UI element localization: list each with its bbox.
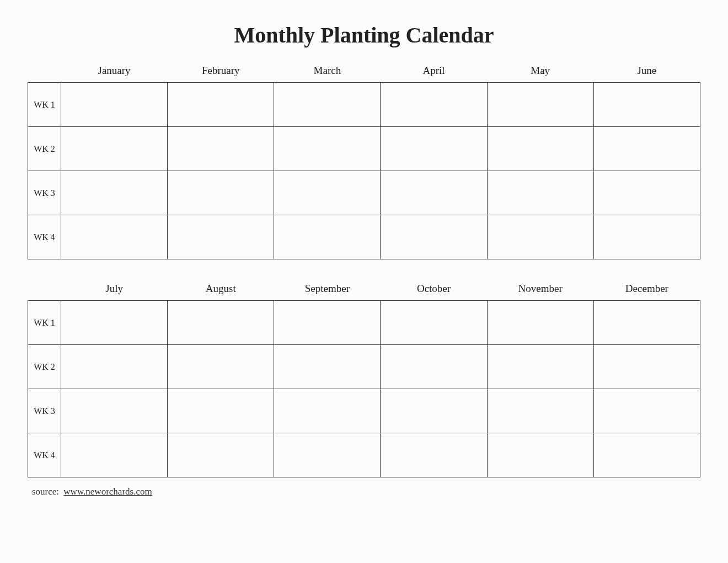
calendar-cell: [274, 215, 381, 259]
calendar-cell: [593, 127, 700, 171]
table-row: WK 1: [28, 301, 700, 345]
calendar-cell: [168, 171, 274, 215]
calendar-table-bottom: July August September October November D…: [28, 279, 700, 477]
calendar-table-top: January February March April May June WK…: [28, 61, 700, 259]
calendar-cell: [381, 83, 487, 127]
calendar-cell: [487, 389, 593, 433]
calendar-cell: [487, 301, 593, 345]
table-row: WK 4: [28, 433, 700, 477]
calendar-cell: [274, 83, 381, 127]
week-label: WK 1: [28, 301, 61, 345]
calendar-cell: [274, 345, 381, 389]
table-row: WK 3: [28, 171, 700, 215]
month-header: October: [381, 279, 487, 301]
calendar-cell: [61, 301, 168, 345]
month-header: August: [168, 279, 274, 301]
calendar-cell: [487, 345, 593, 389]
calendar-cell: [61, 389, 168, 433]
calendar-cell: [168, 83, 274, 127]
calendar-cell: [487, 433, 593, 477]
calendar-cell: [593, 301, 700, 345]
calendar-cell: [168, 127, 274, 171]
week-label: WK 2: [28, 345, 61, 389]
calendar-cell: [593, 345, 700, 389]
week-label: WK 4: [28, 433, 61, 477]
calendar-cell: [274, 389, 381, 433]
calendar-cell: [487, 127, 593, 171]
month-header: March: [274, 61, 381, 83]
calendar-cell: [61, 345, 168, 389]
calendar-cell: [168, 215, 274, 259]
calendar-cell: [61, 433, 168, 477]
corner-cell: [28, 61, 61, 83]
calendar-cell: [381, 215, 487, 259]
month-header: February: [168, 61, 274, 83]
month-header: November: [487, 279, 593, 301]
month-header: December: [593, 279, 700, 301]
month-header: January: [61, 61, 168, 83]
calendar-cell: [593, 215, 700, 259]
table-row: WK 3: [28, 389, 700, 433]
calendar-cell: [168, 433, 274, 477]
calendar-cell: [274, 301, 381, 345]
calendar-cell: [381, 171, 487, 215]
month-header: April: [381, 61, 487, 83]
table-row: WK 2: [28, 345, 700, 389]
calendar-cell: [593, 171, 700, 215]
table-row: WK 2: [28, 127, 700, 171]
calendar-cell: [168, 345, 274, 389]
calendar-cell: [593, 389, 700, 433]
corner-cell: [28, 279, 61, 301]
calendar-cell: [274, 127, 381, 171]
week-label: WK 3: [28, 171, 61, 215]
week-label: WK 2: [28, 127, 61, 171]
calendar-cell: [381, 127, 487, 171]
calendar-cell: [381, 301, 487, 345]
calendar-cell: [274, 171, 381, 215]
calendar-cell: [168, 301, 274, 345]
month-header: July: [61, 279, 168, 301]
source-link[interactable]: www.neworchards.com: [63, 486, 152, 497]
calendar-cell: [593, 83, 700, 127]
calendar-cell: [168, 389, 274, 433]
calendar-cell: [487, 215, 593, 259]
page-title: Monthly Planting Calendar: [28, 22, 700, 48]
calendar-cell: [61, 83, 168, 127]
calendar-cell: [487, 83, 593, 127]
source-line: source: www.neworchards.com: [28, 486, 700, 497]
calendar-block-top: January February March April May June WK…: [28, 61, 700, 259]
source-label: source:: [32, 486, 59, 497]
calendar-cell: [61, 215, 168, 259]
month-header: May: [487, 61, 593, 83]
calendar-cell: [381, 345, 487, 389]
calendar-cell: [274, 433, 381, 477]
month-header: September: [274, 279, 381, 301]
week-label: WK 1: [28, 83, 61, 127]
calendar-cell: [593, 433, 700, 477]
calendar-cell: [61, 171, 168, 215]
calendar-cell: [487, 171, 593, 215]
calendar-cell: [381, 433, 487, 477]
week-label: WK 3: [28, 389, 61, 433]
month-header: June: [593, 61, 700, 83]
calendar-cell: [61, 127, 168, 171]
calendar-block-bottom: July August September October November D…: [28, 279, 700, 477]
week-label: WK 4: [28, 215, 61, 259]
table-row: WK 1: [28, 83, 700, 127]
table-row: WK 4: [28, 215, 700, 259]
calendar-cell: [381, 389, 487, 433]
